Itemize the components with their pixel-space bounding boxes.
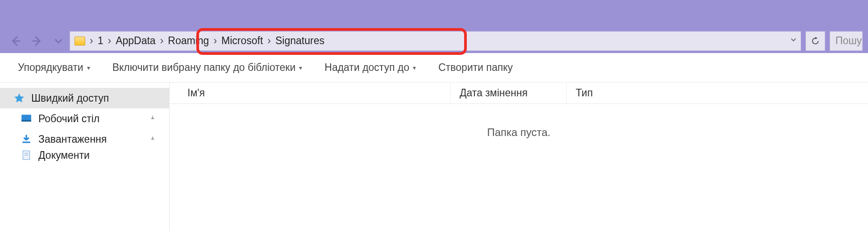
downloads-label: Завантаження: [38, 133, 107, 145]
navigation-pane: Швидкий доступ Робочий стіл Завантаження: [0, 82, 170, 231]
document-icon: [21, 149, 32, 161]
desktop-icon: [21, 113, 32, 124]
search-placeholder: Пошу: [835, 35, 862, 47]
share-menu[interactable]: Надати доступ до ▾: [324, 62, 416, 74]
breadcrumb-root[interactable]: 1: [98, 35, 104, 47]
breadcrumb-item[interactable]: Roaming: [168, 35, 209, 47]
column-header-date[interactable]: Дата змінення: [451, 82, 567, 103]
pin-icon: [149, 135, 157, 143]
column-type-label: Тип: [576, 87, 593, 99]
titlebar-region: [0, 0, 868, 29]
chevron-right-icon: ›: [108, 35, 111, 47]
breadcrumb-item[interactable]: Signatures: [275, 35, 324, 47]
explorer-window: Упорядкувати ▾ Включити вибрану папку до…: [0, 53, 868, 231]
content-area: Швидкий доступ Робочий стіл Завантаження: [0, 82, 868, 231]
star-icon: [13, 92, 25, 104]
caret-down-icon: ▾: [413, 64, 416, 71]
chevron-right-icon: ›: [90, 35, 93, 47]
refresh-button[interactable]: [806, 31, 825, 51]
search-input[interactable]: Пошу: [830, 31, 863, 51]
nav-arrows: [9, 34, 65, 48]
include-lib-label: Включити вибрану папку до бібліотеки: [112, 62, 296, 74]
command-bar: Упорядкувати ▾ Включити вибрану папку до…: [0, 53, 868, 82]
column-header-type[interactable]: Тип: [567, 82, 868, 103]
chevron-right-icon: ›: [160, 35, 164, 47]
file-list-pane: ˄ Ім'я Дата змінення Тип Папка пуста.: [170, 82, 868, 231]
address-dropdown-button[interactable]: [789, 35, 798, 47]
desktop-item[interactable]: Робочий стіл: [0, 108, 169, 129]
pin-icon: [149, 115, 157, 123]
chevron-right-icon: ›: [213, 35, 217, 47]
organize-label: Упорядкувати: [18, 62, 83, 74]
chevron-right-icon: ›: [267, 35, 271, 47]
documents-item[interactable]: Документи: [0, 149, 169, 161]
quick-access-item[interactable]: Швидкий доступ: [0, 88, 169, 108]
caret-down-icon: ▾: [299, 64, 302, 71]
downloads-item[interactable]: Завантаження: [0, 129, 169, 149]
svg-rect-4: [22, 141, 30, 143]
back-button[interactable]: [9, 34, 22, 48]
documents-label: Документи: [38, 149, 90, 161]
column-headers: ˄ Ім'я Дата змінення Тип: [170, 82, 868, 104]
column-date-label: Дата змінення: [460, 87, 527, 99]
address-bar[interactable]: › 1 › AppData › Roaming › Microsoft › Si…: [70, 31, 801, 51]
folder-icon: [75, 37, 85, 45]
share-label: Надати доступ до: [324, 62, 409, 74]
include-in-library-menu[interactable]: Включити вибрану папку до бібліотеки ▾: [112, 62, 303, 74]
recent-locations-dropdown[interactable]: [52, 34, 65, 48]
new-folder-label: Створити папку: [438, 62, 513, 73]
sort-indicator-icon: ˄: [517, 82, 520, 87]
address-row: › 1 › AppData › Roaming › Microsoft › Si…: [0, 29, 868, 53]
column-name-label: Ім'я: [187, 87, 205, 99]
quick-access-label: Швидкий доступ: [31, 92, 109, 104]
empty-folder-message: Папка пуста.: [170, 126, 868, 139]
svg-rect-3: [21, 120, 31, 121]
column-header-name[interactable]: Ім'я: [170, 82, 451, 103]
organize-menu[interactable]: Упорядкувати ▾: [18, 62, 90, 74]
new-folder-button[interactable]: Створити папку: [438, 62, 513, 74]
forward-button[interactable]: [30, 34, 44, 48]
caret-down-icon: ▾: [87, 64, 90, 71]
breadcrumb-item[interactable]: AppData: [116, 35, 156, 47]
download-icon: [21, 133, 32, 145]
desktop-label: Робочий стіл: [38, 113, 100, 125]
breadcrumb-item[interactable]: Microsoft: [221, 35, 263, 47]
